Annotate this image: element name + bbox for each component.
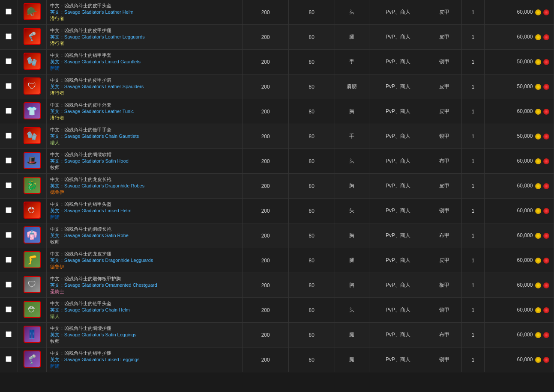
row-checkbox-1[interactable] [6,9,12,15]
item-icon-cell: 👘 [18,223,46,248]
item-class-4: 潜行者 [50,90,239,96]
item-slot-2: 腿 [335,25,369,50]
item-ilvl-6: 200 [243,124,289,149]
row-checkbox-cell [0,323,18,347]
item-icon-cell: 🪖 [18,0,46,25]
item-icon-cell: 👖 [18,323,46,347]
item-price-11: 60,000 [485,248,554,273]
row-checkbox-9[interactable] [6,207,12,213]
item-info-cell: 中文：凶残角斗士的链甲手套 英文：Savage Gladiator's Chai… [46,124,243,149]
item-cn-10: 中文：凶残角斗士的绸缎长袍 [50,226,239,232]
item-en-13[interactable]: 英文：Savage Gladiator's Chain Helm [50,307,239,313]
item-en-14[interactable]: 英文：Savage Gladiator's Satin Leggings [50,332,239,338]
item-slot-3: 手 [335,50,369,74]
item-level-5: 80 [288,99,335,124]
item-en-1[interactable]: 英文：Savage Gladiator's Leather Helm [50,9,239,15]
row-checkbox-3[interactable] [6,58,12,64]
item-ilvl-13: 200 [243,298,289,323]
item-en-7[interactable]: 英文：Savage Gladiator's Satin Hood [50,158,239,164]
item-count-15: 1 [461,347,485,372]
item-armor-8: 皮甲 [427,174,461,199]
item-icon-cell: 🛡 [18,273,46,298]
item-level-7: 80 [288,149,335,174]
item-armor-6: 锁甲 [427,124,461,149]
item-en-10[interactable]: 英文：Savage Gladiator's Satin Robe [50,232,239,239]
row-checkbox-15[interactable] [6,356,12,362]
item-armor-1: 皮甲 [427,0,461,25]
table-row: 👕 中文：凶残角斗士的皮甲外套 英文：Savage Gladiator's Le… [0,99,554,124]
table-row: 🧤 中文：凶残角斗士的链甲手套 英文：Savage Gladiator's Ch… [0,124,554,149]
gold-icon [535,258,541,264]
item-source-9: PvP、商人 [369,199,427,223]
item-info-cell: 中文：凶残角斗士的龙皮长袍 英文：Savage Gladiator's Drag… [46,174,243,199]
row-checkbox-4[interactable] [6,83,12,89]
item-en-8[interactable]: 英文：Savage Gladiator's Dragonhide Robes [50,183,239,189]
gold-icon [535,158,541,164]
item-level-3: 80 [288,50,335,74]
item-count-13: 1 [461,298,485,323]
row-checkbox-14[interactable] [6,331,12,337]
gold-icon [535,59,541,65]
row-checkbox-12[interactable] [6,282,12,288]
item-icon-8: 🐉 [24,177,41,194]
item-icon-3: 🧤 [24,53,41,70]
row-checkbox-10[interactable] [6,232,12,238]
table-row: 🦵 中文：凶残角斗士的龙皮护腿 英文：Savage Gladiator's Dr… [0,248,554,273]
item-en-9[interactable]: 英文：Savage Gladiator's Linked Helm [50,208,239,214]
item-class-12: 圣骑士 [50,288,239,295]
row-checkbox-13[interactable] [6,306,12,312]
row-checkbox-8[interactable] [6,182,12,188]
item-slot-13: 头 [335,298,369,323]
item-en-6[interactable]: 英文：Savage Gladiator's Chain Gauntlets [50,133,239,140]
item-en-12[interactable]: 英文：Savage Gladiator's Ornamented Chestgu… [50,282,239,288]
item-icon-cell: 🦿 [18,347,46,372]
row-checkbox-5[interactable] [6,108,12,114]
table-row: 👖 中文：凶残角斗士的绸缎护腿 英文：Savage Gladiator's Sa… [0,323,554,347]
item-count-10: 1 [461,223,485,248]
item-source-8: PvP、商人 [369,174,427,199]
item-icon-14: 👖 [24,326,41,343]
gold-icon [535,332,541,338]
item-info-cell: 中文：凶残角斗士的绸缎长袍 英文：Savage Gladiator's Sati… [46,223,243,248]
item-source-13: PvP、商人 [369,298,427,323]
item-source-2: PvP、商人 [369,25,427,50]
item-info-cell: 中文：凶残角斗士的绸缎软帽 英文：Savage Gladiator's Sati… [46,149,243,174]
item-icon-cell: 🦿 [18,25,46,50]
table-row: 🛡 中文：凶残角斗士的皮甲护肩 英文：Savage Gladiator's Le… [0,74,554,99]
item-source-15: PvP、商人 [369,347,427,372]
table-row: 🪖 中文：凶残角斗士的皮甲头盔 英文：Savage Gladiator's Le… [0,0,554,25]
item-en-3[interactable]: 英文：Savage Gladiator's Linked Gauntlets [50,59,239,65]
table-row: ⛑ 中文：凶残角斗士的鳞甲头盔 英文：Savage Gladiator's Li… [0,199,554,223]
item-source-11: PvP、商人 [369,248,427,273]
item-count-4: 1 [461,74,485,99]
row-checkbox-cell [0,149,18,174]
gold-icon [535,34,541,40]
pvp-icon [543,134,549,140]
item-count-14: 1 [461,323,485,347]
item-icon-cell: 🎩 [18,149,46,174]
item-en-15[interactable]: 英文：Savage Gladiator's Linked Leggings [50,356,239,363]
item-slot-5: 胸 [335,99,369,124]
item-source-6: PvP、商人 [369,124,427,149]
item-cn-14: 中文：凶残角斗士的绸缎护腿 [50,325,239,332]
item-price-9: 60,000 [485,199,554,223]
item-icon-10: 👘 [24,226,41,244]
item-icon-cell: 🧤 [18,124,46,149]
item-price-1: 60,000 [485,0,554,25]
pvp-icon [543,59,549,65]
row-checkbox-2[interactable] [6,33,12,39]
item-en-4[interactable]: 英文：Savage Gladiator's Leather Spaulders [50,83,239,90]
item-cn-13: 中文：凶残角斗士的链甲头盔 [50,300,239,307]
item-en-2[interactable]: 英文：Savage Gladiator's Leather Legguards [50,34,239,40]
table-row: 🦿 中文：凶残角斗士的鳞甲护腿 英文：Savage Gladiator's Li… [0,347,554,372]
row-checkbox-6[interactable] [6,133,12,139]
item-en-11[interactable]: 英文：Savage Gladiator's Dragonhide Legguar… [50,257,239,264]
item-class-7: 牧师 [50,164,239,171]
row-checkbox-7[interactable] [6,157,12,163]
item-price-14: 60,000 [485,323,554,347]
table-row: 🛡 中文：凶残角斗士的雕饰板甲护胸 英文：Savage Gladiator's … [0,273,554,298]
item-price-3: 50,000 [485,50,554,74]
pvp-icon [543,84,549,90]
row-checkbox-11[interactable] [6,257,12,263]
item-en-5[interactable]: 英文：Savage Gladiator's Leather Tunic [50,108,239,115]
